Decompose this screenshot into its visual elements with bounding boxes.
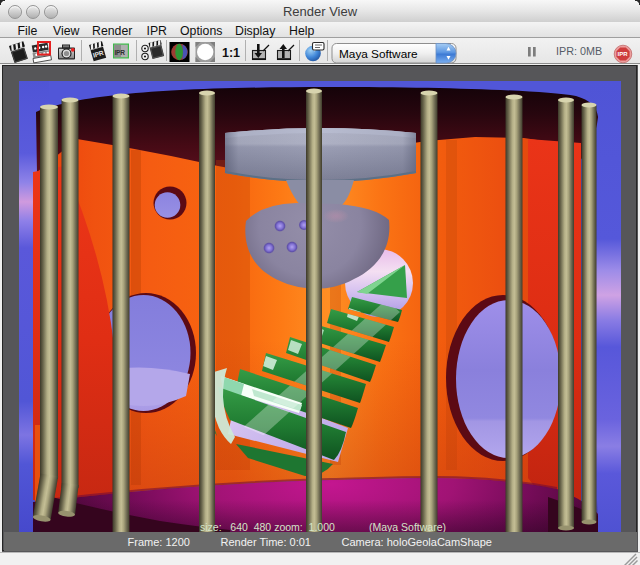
svg-text:IPR: IPR <box>115 49 126 56</box>
svg-text:IPR: 0MB: IPR: 0MB <box>556 45 602 57</box>
svg-text:1:1: 1:1 <box>222 46 240 60</box>
svg-text:IPR: IPR <box>618 51 629 57</box>
svg-text:Maya Software: Maya Software <box>339 47 418 61</box>
